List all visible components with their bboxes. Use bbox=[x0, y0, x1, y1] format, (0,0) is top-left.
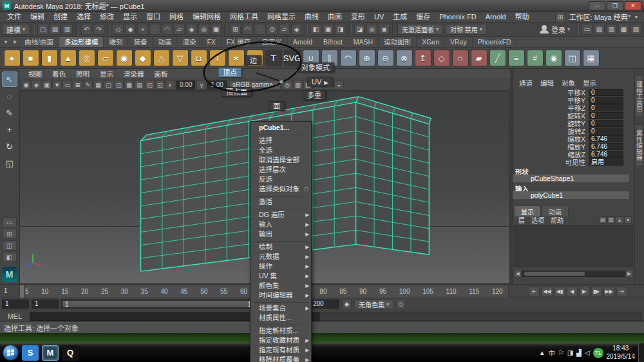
construction-history-icon[interactable]: ▣ bbox=[323, 24, 334, 35]
poly-torus-icon[interactable]: ◎ bbox=[79, 50, 95, 66]
redo-icon[interactable]: ↷ bbox=[93, 24, 104, 35]
shelf-tab[interactable]: MASH bbox=[348, 37, 379, 47]
marking-menu-item-uv[interactable]: UV▶ bbox=[307, 77, 332, 86]
menu-item[interactable]: 缓存 bbox=[412, 13, 435, 21]
maya-app-button[interactable]: M bbox=[42, 345, 59, 361]
panel-menu-item[interactable]: 渲染器 bbox=[118, 69, 149, 79]
channel-value-field[interactable]: 6.746 bbox=[589, 135, 623, 142]
make-live-icon[interactable]: ◈ bbox=[291, 24, 302, 35]
step-forward-frame-button[interactable]: ▶▶ bbox=[603, 287, 615, 296]
open-scene-icon[interactable]: ▤ bbox=[50, 24, 61, 35]
scale-tool[interactable]: ◱ bbox=[2, 155, 17, 171]
shelf-tab[interactable]: 渲染 bbox=[177, 37, 202, 47]
menu-item[interactable]: 编辑网格 bbox=[188, 13, 225, 21]
shelf-tab[interactable]: VRay bbox=[445, 37, 473, 47]
menu-item[interactable]: 曲线 bbox=[300, 13, 323, 21]
boolean-intersection-icon[interactable]: ⊗ bbox=[396, 50, 413, 66]
boolean-union-icon[interactable]: ⊕ bbox=[359, 50, 375, 66]
quad-draw-icon[interactable]: ▦ bbox=[583, 50, 600, 66]
menu-item[interactable]: 文件 bbox=[3, 13, 26, 21]
menu-item[interactable]: 网格 bbox=[165, 13, 188, 21]
channel-value-field[interactable]: 0 bbox=[589, 89, 623, 96]
context-menu-item[interactable]: pCube1... bbox=[251, 123, 311, 133]
boolean-difference-icon[interactable]: ⊖ bbox=[377, 50, 394, 66]
context-menu-item[interactable]: 元数据 ▶ bbox=[251, 252, 311, 262]
move-tool[interactable]: + bbox=[2, 122, 17, 137]
ambient-occlusion-icon[interactable]: ◒ bbox=[334, 80, 344, 90]
context-menu-item[interactable]: 反选 bbox=[251, 175, 311, 184]
context-menu-item[interactable]: UV 集 ▶ bbox=[251, 271, 311, 281]
rotate-tool[interactable]: ↻ bbox=[2, 138, 17, 154]
context-menu-item[interactable]: 指定现有材质 ▶ bbox=[251, 345, 311, 355]
menu-item[interactable]: 创建 bbox=[49, 13, 72, 21]
panel-menu-item[interactable]: 着色 bbox=[47, 69, 71, 79]
select-hierarchy-icon[interactable]: ◇ bbox=[113, 24, 124, 35]
paint-select-tool[interactable]: ✎ bbox=[2, 105, 17, 120]
shelf-tab[interactable]: 装备 bbox=[128, 37, 153, 47]
sign-in-button[interactable]: 登录 ▾ bbox=[538, 24, 574, 35]
gamma-icon[interactable]: γ bbox=[196, 80, 206, 90]
panel-menu-item[interactable]: 显示 bbox=[95, 69, 118, 79]
resolution-gate-icon[interactable]: ◫ bbox=[114, 80, 124, 90]
undo-icon[interactable]: ↶ bbox=[81, 24, 92, 35]
tray-expand-icon[interactable]: ▲ bbox=[539, 349, 545, 356]
gate-mask-icon[interactable]: ▩ bbox=[124, 80, 134, 90]
poly-cylinder-icon[interactable]: ▮ bbox=[41, 50, 58, 66]
auto-keyframe-icon[interactable]: ◇ bbox=[396, 300, 406, 309]
channel-box-menu-item[interactable]: 通道 bbox=[515, 78, 536, 86]
channel-box-menu-item[interactable]: 显示 bbox=[579, 78, 600, 86]
input-node[interactable]: polyCube1 bbox=[513, 191, 629, 199]
context-menu-item[interactable]: 激活 bbox=[251, 197, 311, 207]
symmetry-dropdown[interactable]: 对称:禁用▾ bbox=[446, 24, 487, 35]
marking-menu-item-edge[interactable]: 边 bbox=[245, 55, 261, 65]
marking-menu-item-face[interactable]: 面 bbox=[269, 101, 285, 111]
shelf-tab[interactable]: 运动图形 bbox=[379, 37, 417, 47]
menu-item[interactable]: 显示 bbox=[118, 13, 142, 21]
menu-item[interactable]: 帮助 bbox=[511, 13, 534, 21]
shelf-tab[interactable]: 自定义 bbox=[256, 37, 288, 47]
toggle-tool-settings-icon[interactable]: ▦ bbox=[618, 24, 629, 35]
mirror-icon[interactable]: ◫ bbox=[564, 50, 581, 66]
four-pane-layout-button[interactable]: ⊞ bbox=[3, 229, 17, 239]
poly-prism-icon[interactable]: ▽ bbox=[172, 50, 189, 66]
step-forward-key-button[interactable]: ▮▶ bbox=[591, 287, 602, 296]
insert-edge-loop-icon[interactable]: ≡ bbox=[508, 50, 525, 66]
go-to-start-button[interactable]: ⇤ bbox=[529, 287, 540, 296]
mask-deformers-icon[interactable]: ◈ bbox=[186, 24, 197, 35]
menu-item[interactable]: Arnold bbox=[481, 13, 511, 21]
usb-icon[interactable]: ◨ bbox=[567, 349, 573, 356]
select-camera-icon[interactable]: ◉ bbox=[21, 80, 31, 90]
shelf-tab[interactable]: 动画 bbox=[153, 37, 177, 47]
animation-start-field[interactable]: 1 bbox=[2, 300, 29, 309]
context-menu-item[interactable]: 移除材质覆盖 ▶ bbox=[251, 355, 311, 362]
antivirus-badge[interactable]: 71 bbox=[593, 348, 603, 358]
select-component-icon[interactable]: ▪ bbox=[137, 24, 148, 35]
menu-item[interactable]: 网格显示 bbox=[263, 13, 300, 21]
shelf-tab[interactable]: 多边形建模 bbox=[59, 37, 104, 47]
animation-end-field[interactable]: 200 bbox=[310, 300, 339, 309]
layer-add-selected-icon[interactable]: ▥ bbox=[607, 216, 615, 224]
show-desktop-button[interactable] bbox=[638, 343, 644, 362]
marking-menu-item-multi[interactable]: 多重 bbox=[303, 90, 326, 100]
snap-point-icon[interactable]: ∙ bbox=[254, 24, 265, 35]
shelf-tab[interactable]: Bifrost bbox=[318, 37, 348, 47]
channel-value-field[interactable]: 0 bbox=[589, 97, 623, 104]
poly-sphere-icon[interactable]: ● bbox=[4, 50, 21, 66]
offset-edge-loop-icon[interactable]: # bbox=[527, 50, 544, 66]
poly-pipe-icon[interactable]: ◘ bbox=[191, 50, 207, 66]
shelf-tab[interactable]: 雕刻 bbox=[104, 37, 128, 47]
channel-value-field[interactable]: 0 bbox=[589, 120, 623, 127]
menu-item[interactable]: 网格工具 bbox=[225, 13, 263, 21]
poly-text-icon[interactable]: T bbox=[265, 50, 282, 66]
snap-projected-center-icon[interactable]: ⊙ bbox=[267, 24, 278, 35]
select-tool[interactable]: ↖ bbox=[2, 71, 17, 87]
context-menu-item[interactable]: 绘制 ▶ bbox=[251, 242, 311, 252]
channel-box-menu-item[interactable]: 编辑 bbox=[536, 78, 558, 86]
taskbar-clock[interactable]: 18:43 2019/5/14 bbox=[607, 345, 636, 361]
poly-cone-icon[interactable]: ▲ bbox=[60, 50, 77, 66]
scrollbar-track[interactable] bbox=[522, 271, 625, 277]
start-button[interactable] bbox=[3, 345, 19, 361]
marking-menu-item-object-mode[interactable]: 对象模式 bbox=[297, 62, 334, 72]
channel-value-field[interactable]: 0 bbox=[589, 128, 623, 135]
layer-editor-menu-item[interactable]: 选项 bbox=[528, 215, 547, 225]
